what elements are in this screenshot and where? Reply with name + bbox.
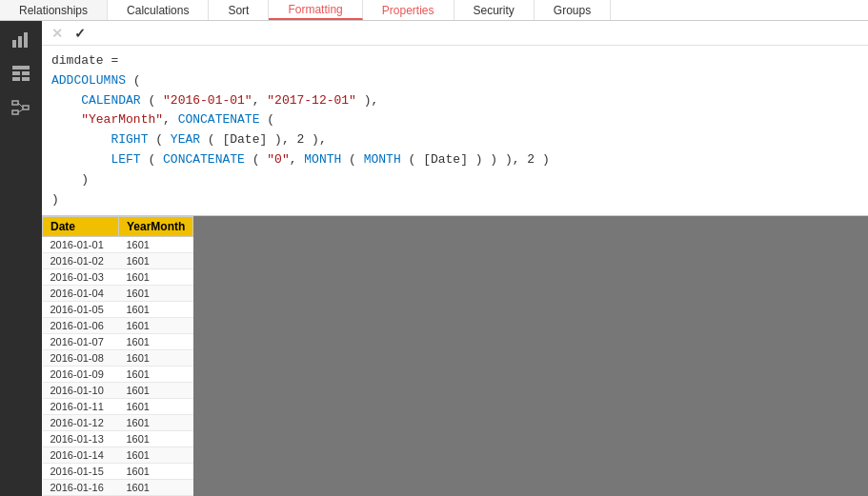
cell-date: 2016-01-13 — [43, 431, 119, 447]
cell-yearmonth: 1601 — [119, 464, 193, 480]
cell-yearmonth: 1601 — [119, 253, 193, 269]
main-layout: ✕ ✓ dimdate = ADDCOLUMNS ( CALENDAR ( "2… — [0, 21, 868, 496]
code-line-7: ) — [51, 170, 858, 190]
cell-yearmonth: 1601 — [119, 318, 193, 334]
cell-date: 2016-01-16 — [43, 480, 119, 496]
cell-yearmonth: 1601 — [119, 334, 193, 350]
cell-date: 2016-01-08 — [43, 350, 119, 367]
confirm-button[interactable]: ✓ — [71, 24, 90, 43]
cell-date: 2016-01-04 — [43, 286, 119, 302]
cancel-button[interactable]: ✕ — [48, 24, 67, 43]
cell-yearmonth: 1601 — [119, 383, 193, 399]
table-row: 2016-01-151601 — [43, 464, 193, 480]
table-row: 2016-01-021601 — [43, 253, 193, 269]
table-row: 2016-01-131601 — [43, 431, 193, 447]
svg-rect-3 — [12, 66, 30, 69]
svg-rect-5 — [22, 71, 30, 75]
table-row: 2016-01-161601 — [43, 480, 193, 496]
table-row: 2016-01-121601 — [43, 415, 193, 431]
table-header-row: Date YearMonth — [43, 217, 193, 237]
cell-yearmonth: 1601 — [119, 431, 193, 447]
table-row: 2016-01-101601 — [43, 383, 193, 399]
cell-yearmonth: 1601 — [119, 415, 193, 431]
svg-rect-4 — [12, 71, 20, 75]
cell-date: 2016-01-11 — [43, 399, 119, 415]
cell-yearmonth: 1601 — [119, 447, 193, 464]
svg-rect-9 — [12, 110, 18, 114]
header-yearmonth: YearMonth — [119, 217, 193, 237]
cell-yearmonth: 1601 — [119, 269, 193, 286]
top-nav: Relationships Calculations Sort Formatti… — [0, 0, 868, 21]
nav-properties[interactable]: Properties — [363, 0, 454, 20]
cell-date: 2016-01-02 — [43, 253, 119, 269]
code-line-3: CALENDAR ( "2016-01-01", "2017-12-01" ), — [51, 91, 858, 111]
nav-sort[interactable]: Sort — [209, 0, 269, 20]
nav-formatting[interactable]: Formatting — [269, 0, 362, 20]
table-row: 2016-01-031601 — [43, 269, 193, 286]
code-editor: ✕ ✓ dimdate = ADDCOLUMNS ( CALENDAR ( "2… — [42, 21, 868, 216]
cell-yearmonth: 1601 — [119, 286, 193, 302]
nav-relationships[interactable]: Relationships — [0, 0, 108, 20]
code-line-5: RIGHT ( YEAR ( [Date] ), 2 ), — [51, 130, 858, 150]
cell-date: 2016-01-10 — [43, 383, 119, 399]
code-content: dimdate = ADDCOLUMNS ( CALENDAR ( "2016-… — [42, 46, 868, 215]
cell-date: 2016-01-07 — [43, 334, 119, 350]
data-table: Date YearMonth 2016-01-0116012016-01-021… — [42, 216, 193, 496]
cell-date: 2016-01-03 — [43, 269, 119, 286]
svg-rect-1 — [18, 36, 22, 48]
cell-yearmonth: 1601 — [119, 367, 193, 383]
table-row: 2016-01-011601 — [43, 237, 193, 253]
svg-rect-10 — [23, 106, 29, 109]
svg-rect-0 — [12, 40, 16, 48]
nav-groups[interactable]: Groups — [535, 0, 611, 20]
nav-calculations[interactable]: Calculations — [108, 0, 209, 20]
table-row: 2016-01-051601 — [43, 302, 193, 318]
code-line-1: dimdate = — [51, 51, 858, 71]
header-date: Date — [43, 217, 119, 237]
code-line-6: LEFT ( CONCATENATE ( "0", MONTH ( MONTH … — [51, 150, 858, 170]
cell-date: 2016-01-06 — [43, 318, 119, 334]
table-row: 2016-01-061601 — [43, 318, 193, 334]
table-container[interactable]: Date YearMonth 2016-01-0116012016-01-021… — [42, 216, 868, 496]
code-line-2: ADDCOLUMNS ( — [51, 71, 858, 91]
cell-yearmonth: 1601 — [119, 302, 193, 318]
cell-yearmonth: 1601 — [119, 237, 193, 253]
svg-rect-7 — [22, 77, 30, 81]
cell-date: 2016-01-12 — [43, 415, 119, 431]
svg-rect-2 — [24, 32, 28, 48]
sidebar-diagram-icon[interactable] — [4, 93, 38, 124]
cell-date: 2016-01-14 — [43, 447, 119, 464]
cell-yearmonth: 1601 — [119, 350, 193, 367]
table-row: 2016-01-041601 — [43, 286, 193, 302]
code-line-4: "YearMonth", CONCATENATE ( — [51, 110, 858, 130]
content-area: ✕ ✓ dimdate = ADDCOLUMNS ( CALENDAR ( "2… — [42, 21, 868, 496]
table-row: 2016-01-091601 — [43, 367, 193, 383]
table-row: 2016-01-081601 — [43, 350, 193, 367]
code-line-8: ) — [51, 190, 858, 210]
table-row: 2016-01-141601 — [43, 447, 193, 464]
table-row: 2016-01-071601 — [43, 334, 193, 350]
cell-yearmonth: 1601 — [119, 399, 193, 415]
svg-rect-8 — [12, 101, 18, 105]
cell-date: 2016-01-09 — [43, 367, 119, 383]
svg-rect-6 — [12, 77, 20, 81]
editor-toolbar: ✕ ✓ — [42, 21, 868, 46]
table-row: 2016-01-111601 — [43, 399, 193, 415]
cell-date: 2016-01-05 — [43, 302, 119, 318]
cell-date: 2016-01-01 — [43, 237, 119, 253]
cell-date: 2016-01-15 — [43, 464, 119, 480]
nav-security[interactable]: Security — [454, 0, 535, 20]
sidebar — [0, 21, 42, 496]
sidebar-chart-icon[interactable] — [4, 25, 38, 55]
cell-yearmonth: 1601 — [119, 480, 193, 496]
sidebar-table-icon[interactable] — [4, 59, 38, 89]
